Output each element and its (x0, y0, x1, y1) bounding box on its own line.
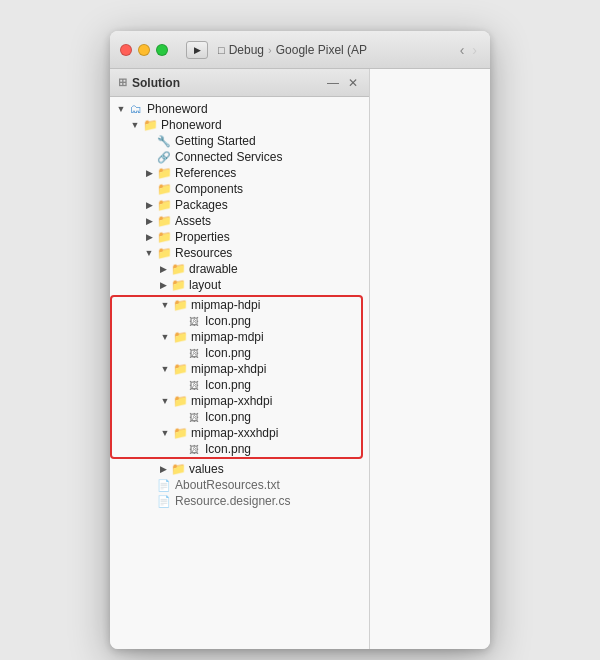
expand-arrow-props[interactable] (142, 230, 156, 244)
toolbar-controls: ▶ □ Debug › Google Pixel (AP (186, 41, 367, 59)
properties-icon: 📁 (156, 230, 172, 244)
values-icon: 📁 (170, 462, 186, 476)
tree-item-components[interactable]: 📁 Components (110, 181, 369, 197)
tree-item-icon-xxhdpi[interactable]: 🖼 Icon.png (112, 409, 361, 425)
breadcrumb: □ Debug › Google Pixel (AP (218, 43, 367, 57)
connected-services-icon: 🔗 (156, 150, 172, 164)
solution-icon-folder: 🗂 (128, 102, 144, 116)
main-content: ⊞ Solution — ✕ 🗂 Phoneword (110, 69, 490, 649)
expand-arrow-mipmap-hdpi[interactable] (158, 298, 172, 312)
expand-arrow-assets[interactable] (142, 214, 156, 228)
tree-item-connected-services[interactable]: 🔗 Connected Services (110, 149, 369, 165)
expand-arrow-packages[interactable] (142, 198, 156, 212)
expand-arrow-layout[interactable] (156, 278, 170, 292)
layout-label: layout (189, 278, 221, 292)
play-button[interactable]: ▶ (186, 41, 208, 59)
mipmap-mdpi-icon: 📁 (172, 330, 188, 344)
tree-item-resources[interactable]: 📁 Resources (110, 245, 369, 261)
mipmap-xhdpi-label: mipmap-xhdpi (191, 362, 266, 376)
tree-item-mipmap-xxhdpi[interactable]: 📁 mipmap-xxhdpi (112, 393, 361, 409)
minimize-button[interactable] (138, 44, 150, 56)
cs-file-icon: 📄 (156, 494, 172, 508)
tree-item-values[interactable]: 📁 values (110, 461, 369, 477)
tree-item-about-resources[interactable]: 📄 AboutResources.txt (110, 477, 369, 493)
expand-arrow-project[interactable] (128, 118, 142, 132)
tree-item-mipmap-xxxhdpi[interactable]: 📁 mipmap-xxxhdpi (112, 425, 361, 441)
references-label: References (175, 166, 236, 180)
expand-arrow-resources[interactable] (142, 246, 156, 260)
mipmap-mdpi-label: mipmap-mdpi (191, 330, 264, 344)
expand-arrow-mipmap-xhdpi[interactable] (158, 362, 172, 376)
tree-item-icon-mdpi[interactable]: 🖼 Icon.png (112, 345, 361, 361)
icon-xxxhdpi-label: Icon.png (205, 442, 251, 456)
about-resources-label: AboutResources.txt (175, 478, 280, 492)
mipmap-xxhdpi-label: mipmap-xxhdpi (191, 394, 272, 408)
tree-item-mipmap-mdpi[interactable]: 📁 mipmap-mdpi (112, 329, 361, 345)
image-icon-xxxhdpi: 🖼 (186, 442, 202, 456)
icon-xxhdpi-label: Icon.png (205, 410, 251, 424)
panel-title: ⊞ Solution (118, 76, 180, 90)
solution-icon: ⊞ (118, 76, 127, 89)
drawable-icon: 📁 (170, 262, 186, 276)
solution-tree[interactable]: 🗂 Phoneword 📁 Phoneword 🔧 Getting Starte… (110, 97, 369, 649)
tree-item-icon-hdpi[interactable]: 🖼 Icon.png (112, 313, 361, 329)
breadcrumb-device: Google Pixel (AP (276, 43, 367, 57)
mipmap-xxxhdpi-label: mipmap-xxxhdpi (191, 426, 278, 440)
resources-icon: 📁 (156, 246, 172, 260)
tree-item-resource-designer[interactable]: 📄 Resource.designer.cs (110, 493, 369, 509)
image-icon-xhdpi: 🖼 (186, 378, 202, 392)
panel-close-btn[interactable]: ✕ (345, 75, 361, 91)
close-button[interactable] (120, 44, 132, 56)
expand-arrow-mipmap-mdpi[interactable] (158, 330, 172, 344)
resources-label: Resources (175, 246, 232, 260)
packages-icon: 📁 (156, 198, 172, 212)
resource-designer-label: Resource.designer.cs (175, 494, 290, 508)
tree-item-assets[interactable]: 📁 Assets (110, 213, 369, 229)
assets-icon: 📁 (156, 214, 172, 228)
tree-item-mipmap-hdpi[interactable]: 📁 mipmap-hdpi (112, 297, 361, 313)
expand-arrow-mipmap-xxhdpi[interactable] (158, 394, 172, 408)
tree-item-icon-xxxhdpi[interactable]: 🖼 Icon.png (112, 441, 361, 457)
tree-item-getting-started[interactable]: 🔧 Getting Started (110, 133, 369, 149)
tree-item-icon-xhdpi[interactable]: 🖼 Icon.png (112, 377, 361, 393)
mipmap-xxhdpi-icon: 📁 (172, 394, 188, 408)
icon-mdpi-label: Icon.png (205, 346, 251, 360)
nav-arrows: ‹ › (457, 42, 480, 58)
expand-arrow-solution[interactable] (114, 102, 128, 116)
tree-item-references[interactable]: 📁 References (110, 165, 369, 181)
project-icon: 📁 (142, 118, 158, 132)
tree-item-project[interactable]: 📁 Phoneword (110, 117, 369, 133)
expand-arrow-mipmap-xxxhdpi[interactable] (158, 426, 172, 440)
wrench-icon: 🔧 (156, 134, 172, 148)
expand-arrow-drawable[interactable] (156, 262, 170, 276)
panel-minimize-btn[interactable]: — (325, 75, 341, 91)
packages-label: Packages (175, 198, 228, 212)
tree-item-drawable[interactable]: 📁 drawable (110, 261, 369, 277)
expand-arrow-references[interactable] (142, 166, 156, 180)
maximize-button[interactable] (156, 44, 168, 56)
nav-back[interactable]: ‹ (457, 42, 468, 58)
image-icon-mdpi: 🖼 (186, 346, 202, 360)
tree-item-layout[interactable]: 📁 layout (110, 277, 369, 293)
mipmap-xhdpi-icon: 📁 (172, 362, 188, 376)
panel-header: ⊞ Solution — ✕ (110, 69, 369, 97)
components-icon: 📁 (156, 182, 172, 196)
expand-arrow-values[interactable] (156, 462, 170, 476)
highlighted-mipmap-group: 📁 mipmap-hdpi 🖼 Icon.png 📁 mi (110, 295, 363, 459)
panel-actions: — ✕ (325, 75, 361, 91)
tree-item-properties[interactable]: 📁 Properties (110, 229, 369, 245)
traffic-lights (120, 44, 168, 56)
tree-item-solution[interactable]: 🗂 Phoneword (110, 101, 369, 117)
components-label: Components (175, 182, 243, 196)
breadcrumb-debug: Debug (229, 43, 264, 57)
image-icon-xxhdpi: 🖼 (186, 410, 202, 424)
drawable-label: drawable (189, 262, 238, 276)
icon-xhdpi-label: Icon.png (205, 378, 251, 392)
mipmap-hdpi-label: mipmap-hdpi (191, 298, 260, 312)
project-label: Phoneword (161, 118, 222, 132)
nav-forward[interactable]: › (469, 42, 480, 58)
tree-item-packages[interactable]: 📁 Packages (110, 197, 369, 213)
references-icon: 📁 (156, 166, 172, 180)
tree-item-mipmap-xhdpi[interactable]: 📁 mipmap-xhdpi (112, 361, 361, 377)
title-bar: ▶ □ Debug › Google Pixel (AP ‹ › (110, 31, 490, 69)
